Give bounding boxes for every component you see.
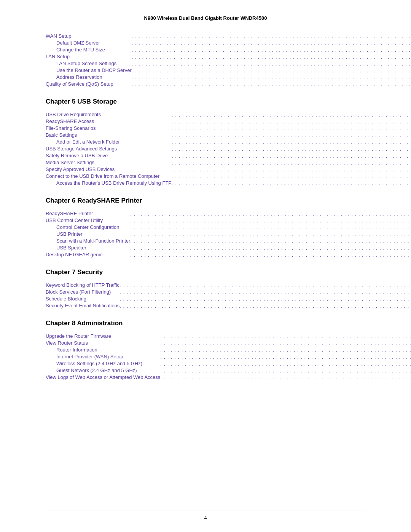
toc-entry-label[interactable]: Control Center Configuration — [46, 224, 130, 230]
toc-entry-dots: . . . . . . . . . . . . . . . . . . . . … — [172, 152, 411, 159]
toc-entry-label[interactable]: Security Event Email Notifications — [46, 302, 119, 309]
toc-entry-dots: . . . . . . . . . . . . . . . . . . . . … — [132, 39, 411, 46]
toc-entry-label[interactable]: Use the Router as a DHCP Server — [46, 67, 132, 73]
footer-page-number: 4 — [204, 515, 207, 521]
toc-entry-label[interactable]: Guest Network (2.4 GHz and 5 GHz) — [46, 367, 160, 374]
toc-entry-label[interactable]: Quality of Service (QoS) Setup — [46, 80, 132, 87]
toc-entry-dots: . . . . . . . . . . . . . . . . . . . . … — [172, 125, 411, 131]
toc-entry-dots: . . . . . . . . . . . . . . . . . . . . … — [130, 237, 411, 244]
toc-entry-label[interactable]: USB Speaker — [46, 244, 130, 251]
toc-row: Control Center Configuration. . . . . . … — [46, 224, 411, 230]
toc-row: Quality of Service (QoS) Setup. . . . . … — [46, 80, 411, 87]
toc-entry-dots: . . . . . . . . . . . . . . . . . . . . … — [172, 118, 411, 125]
toc-entry-label[interactable]: ReadySHARE Access — [46, 118, 172, 125]
toc-entry-label[interactable]: Upgrade the Router Firmware — [46, 332, 160, 339]
toc-entry-label[interactable]: File-Sharing Scenarios — [46, 125, 172, 131]
toc-entry-dots: . . . . . . . . . . . . . . . . . . . . … — [172, 138, 411, 145]
toc-row: Basic Settings. . . . . . . . . . . . . … — [46, 131, 411, 138]
toc-entry-label[interactable]: View Logs of Web Access or Attempted Web… — [46, 374, 160, 380]
toc-table: ReadySHARE Printer. . . . . . . . . . . … — [46, 210, 411, 258]
toc-row: Connect to the USB Drive from a Remote C… — [46, 173, 411, 179]
toc-entry-dots: . . . . . . . . . . . . . . . . . . . . … — [130, 217, 411, 224]
toc-entry-label[interactable]: View Router Status — [46, 339, 160, 346]
toc-section: Chapter 7 SecurityKeyword Blocking of HT… — [46, 268, 365, 309]
toc-row: View Logs of Web Access or Attempted Web… — [46, 374, 411, 380]
toc-entry-label[interactable]: Scan with a Multi-Function Printer — [46, 237, 130, 244]
toc-row: Change the MTU Size. . . . . . . . . . .… — [46, 46, 411, 53]
toc-entry-label[interactable]: Desktop NETGEAR genie — [46, 251, 130, 258]
chapter-heading: Chapter 7 Security — [46, 268, 365, 276]
toc-entry-label[interactable]: Keyword Blocking of HTTP Traffic — [46, 281, 119, 288]
toc-entry-label[interactable]: Safely Remove a USB Drive — [46, 152, 172, 159]
toc-entry-dots: . . . . . . . . . . . . . . . . . . . . … — [172, 179, 411, 186]
toc-entry-label[interactable]: Access the Router's USB Drive Remotely U… — [46, 179, 172, 186]
toc-entry-label[interactable]: WAN Setup — [46, 32, 132, 39]
toc-entry-dots: . . . . . . . . . . . . . . . . . . . . … — [130, 230, 411, 237]
toc-entry-dots: . . . . . . . . . . . . . . . . . . . . … — [119, 302, 411, 309]
footer-divider — [46, 511, 365, 511]
toc-entry-dots: . . . . . . . . . . . . . . . . . . . . … — [119, 288, 411, 295]
header-title: N900 Wireless Dual Band Gigabit Router W… — [144, 15, 267, 21]
toc-row: Add or Edit a Network Folder. . . . . . … — [46, 138, 411, 145]
toc-entry-label[interactable]: Media Server Settings — [46, 159, 172, 166]
toc-entry-label[interactable]: USB Storage Advanced Settings — [46, 145, 172, 152]
toc-row: Scan with a Multi-Function Printer. . . … — [46, 237, 411, 244]
toc-row: Use the Router as a DHCP Server. . . . .… — [46, 67, 411, 73]
toc-entry-dots: . . . . . . . . . . . . . . . . . . . . … — [130, 210, 411, 217]
toc-entry-dots: . . . . . . . . . . . . . . . . . . . . … — [172, 166, 411, 173]
toc-row: Block Services (Port Filtering). . . . .… — [46, 288, 411, 295]
toc-entry-label[interactable]: LAN Setup — [46, 53, 132, 60]
toc-entry-dots: . . . . . . . . . . . . . . . . . . . . … — [160, 339, 411, 346]
toc-row: Upgrade the Router Firmware. . . . . . .… — [46, 332, 411, 339]
toc-row: Specify Approved USB Devices. . . . . . … — [46, 166, 411, 173]
toc-entry-dots: . . . . . . . . . . . . . . . . . . . . … — [160, 374, 411, 380]
toc-section: Chapter 6 ReadySHARE PrinterReadySHARE P… — [46, 197, 365, 258]
toc-entry-label[interactable]: Wireless Settings (2.4 GHz and 5 GHz) — [46, 360, 160, 367]
chapter-heading: Chapter 5 USB Storage — [46, 98, 365, 105]
toc-row: USB Control Center Utility. . . . . . . … — [46, 217, 411, 224]
toc-entry-label[interactable]: Internet Provider (WAN) Setup — [46, 353, 160, 360]
toc-entry-dots: . . . . . . . . . . . . . . . . . . . . … — [172, 173, 411, 179]
toc-entry-dots: . . . . . . . . . . . . . . . . . . . . … — [132, 46, 411, 53]
toc-entry-label[interactable]: Default DMZ Server — [46, 39, 132, 46]
toc-entry-label[interactable]: Specify Approved USB Devices — [46, 166, 172, 173]
toc-entry-dots: . . . . . . . . . . . . . . . . . . . . … — [160, 346, 411, 353]
toc-entry-label[interactable]: Address Reservation — [46, 73, 132, 80]
chapter-heading: Chapter 6 ReadySHARE Printer — [46, 197, 365, 204]
toc-table: Keyword Blocking of HTTP Traffic. . . . … — [46, 281, 411, 309]
toc-row: Router Information. . . . . . . . . . . … — [46, 346, 411, 353]
toc-entry-label[interactable]: ReadySHARE Printer — [46, 210, 130, 217]
toc-entry-dots: . . . . . . . . . . . . . . . . . . . . … — [132, 60, 411, 67]
toc-row: Wireless Settings (2.4 GHz and 5 GHz). .… — [46, 360, 411, 367]
toc-row: WAN Setup. . . . . . . . . . . . . . . .… — [46, 32, 411, 39]
toc-table: USB Drive Requirements. . . . . . . . . … — [46, 111, 411, 186]
toc-row: Schedule Blocking. . . . . . . . . . . .… — [46, 295, 411, 302]
toc-entry-dots: . . . . . . . . . . . . . . . . . . . . … — [130, 244, 411, 251]
toc-entry-label[interactable]: Block Services (Port Filtering) — [46, 288, 119, 295]
toc-entry-label[interactable]: USB Drive Requirements — [46, 111, 172, 118]
toc-entry-dots: . . . . . . . . . . . . . . . . . . . . … — [172, 131, 411, 138]
toc-section: Chapter 8 AdministrationUpgrade the Rout… — [46, 320, 365, 380]
toc-entry-dots: . . . . . . . . . . . . . . . . . . . . … — [160, 367, 411, 374]
toc-entry-label[interactable]: USB Printer — [46, 230, 130, 237]
toc-entry-label[interactable]: Change the MTU Size — [46, 46, 132, 53]
toc-row: LAN Setup Screen Settings. . . . . . . .… — [46, 60, 411, 67]
toc-entry-dots: . . . . . . . . . . . . . . . . . . . . … — [132, 67, 411, 73]
toc-entry-dots: . . . . . . . . . . . . . . . . . . . . … — [132, 73, 411, 80]
toc-entry-dots: . . . . . . . . . . . . . . . . . . . . … — [119, 281, 411, 288]
toc-entry-dots: . . . . . . . . . . . . . . . . . . . . … — [119, 295, 411, 302]
toc-entry-label[interactable]: USB Control Center Utility — [46, 217, 130, 224]
toc-row: USB Drive Requirements. . . . . . . . . … — [46, 111, 411, 118]
toc-entry-dots: . . . . . . . . . . . . . . . . . . . . … — [160, 332, 411, 339]
toc-row: Security Event Email Notifications. . . … — [46, 302, 411, 309]
toc-entry-dots: . . . . . . . . . . . . . . . . . . . . … — [160, 360, 411, 367]
toc-row: Safely Remove a USB Drive. . . . . . . .… — [46, 152, 411, 159]
toc-row: Guest Network (2.4 GHz and 5 GHz). . . .… — [46, 367, 411, 374]
toc-entry-label[interactable]: Add or Edit a Network Folder — [46, 138, 172, 145]
toc-entry-label[interactable]: Router Information — [46, 346, 160, 353]
toc-entry-label[interactable]: Connect to the USB Drive from a Remote C… — [46, 173, 172, 179]
toc-entry-label[interactable]: Schedule Blocking — [46, 295, 119, 302]
toc-entry-label[interactable]: Basic Settings — [46, 131, 172, 138]
toc-row: Address Reservation. . . . . . . . . . .… — [46, 73, 411, 80]
toc-entry-label[interactable]: LAN Setup Screen Settings — [46, 60, 132, 67]
